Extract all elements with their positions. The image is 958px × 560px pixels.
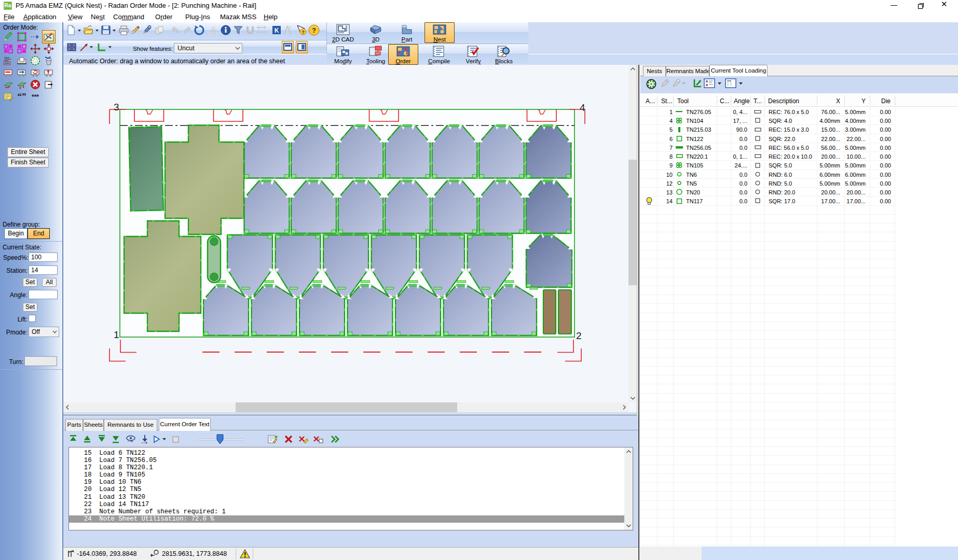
svg-text:K: K — [275, 27, 279, 34]
svg-text:?: ? — [302, 30, 305, 35]
svg-text:1: 1 — [114, 329, 119, 340]
svg-text:2: 2 — [576, 330, 582, 341]
svg-text:3: 3 — [114, 102, 119, 113]
svg-text:***: *** — [32, 93, 39, 101]
svg-text:?: ? — [312, 26, 316, 34]
svg-text:“”: “” — [18, 91, 26, 101]
svg-text:4: 4 — [580, 102, 585, 113]
